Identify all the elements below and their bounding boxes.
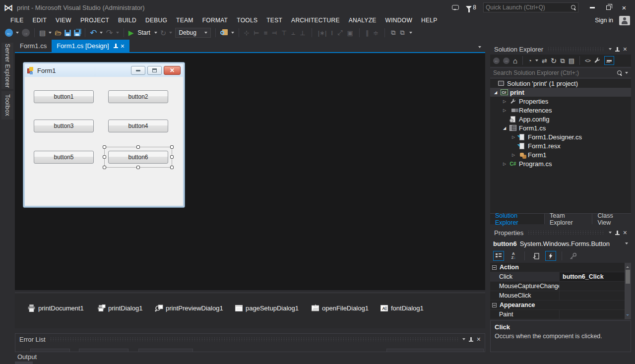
align-centers-icon[interactable]: ≡ xyxy=(264,29,268,37)
close-tab-icon[interactable]: × xyxy=(121,43,125,50)
new-project-icon[interactable]: ▤ xyxy=(39,29,46,36)
solution-explorer-search-input[interactable] xyxy=(493,69,617,76)
menu-build[interactable]: BUILD xyxy=(114,17,141,24)
category-row-appearance[interactable]: Appearance xyxy=(490,301,631,310)
pending-changes-filter-icon[interactable]: ◔ xyxy=(528,58,532,64)
close-panel-icon[interactable]: × xyxy=(623,229,627,236)
filter-dropdown-icon[interactable] xyxy=(535,60,538,61)
resize-handle-w[interactable] xyxy=(103,155,106,159)
pin-tab-icon[interactable] xyxy=(115,44,117,48)
collapsed-arrow-icon[interactable]: ▷ xyxy=(502,162,507,166)
menu-analyze[interactable]: ANALYZE xyxy=(344,17,381,24)
event-row-mouseclick[interactable]: MouseClick xyxy=(490,291,631,301)
start-dropdown[interactable] xyxy=(154,32,157,34)
menu-help[interactable]: HELP xyxy=(417,17,442,24)
tab-solution-explorer[interactable]: Solution Explorer xyxy=(490,214,545,224)
designed-button5[interactable]: button5 xyxy=(34,151,94,164)
panel-grip[interactable] xyxy=(527,231,605,235)
designed-button2[interactable]: button2 xyxy=(108,90,168,103)
refresh-icon[interactable]: ↻ xyxy=(551,57,557,64)
properties-wrench-icon[interactable] xyxy=(594,57,601,64)
close-panel-icon[interactable]: × xyxy=(477,336,481,343)
alphabetical-sort-icon[interactable]: AZ↓ xyxy=(508,251,519,261)
redo-dropdown[interactable] xyxy=(116,32,119,34)
user-avatar-icon[interactable] xyxy=(619,16,630,25)
make-same-width-icon[interactable]: |∗| xyxy=(318,29,327,37)
event-handler-value[interactable] xyxy=(560,291,631,300)
menu-edit[interactable]: EDIT xyxy=(28,17,52,24)
align-tops-icon[interactable]: ⊤ xyxy=(281,29,287,37)
show-all-files-icon[interactable]: ▤ xyxy=(569,58,574,64)
align-rights-icon[interactable]: ⫤ xyxy=(272,29,277,37)
event-row-mousecapturechanged[interactable]: MouseCaptureChange xyxy=(490,282,631,291)
make-same-height-icon[interactable]: Ⅰ xyxy=(331,29,333,37)
tree-item-form1-cs[interactable]: ◢ Form1.cs xyxy=(490,123,631,132)
collapse-all-icon[interactable]: ⧉ xyxy=(560,58,565,64)
vertical-spacing-icon[interactable]: ≑ xyxy=(373,29,379,37)
forward-icon[interactable]: → xyxy=(503,58,509,64)
component-openfiledialog1[interactable]: openFileDialog1 xyxy=(311,303,369,313)
window-position-dropdown-icon[interactable] xyxy=(609,232,612,234)
designed-button1[interactable]: button1 xyxy=(34,90,94,103)
tree-item-program-cs[interactable]: ▷ C# Program.cs xyxy=(490,159,631,168)
menu-architecture[interactable]: ARCHITECTURE xyxy=(287,17,344,24)
menu-file[interactable]: FILE xyxy=(6,17,28,24)
tree-item-solution[interactable]: Solution 'print' (1 project) xyxy=(490,79,631,88)
event-row-click[interactable]: Click button6_Click xyxy=(490,272,631,282)
send-to-back-icon[interactable]: ⧉ xyxy=(400,29,405,37)
tree-item-properties[interactable]: ▷ Properties xyxy=(490,97,631,106)
property-pages-icon[interactable] xyxy=(568,251,578,261)
pin-panel-icon[interactable] xyxy=(617,47,618,52)
properties-object-selector[interactable]: button6 System.Windows.Forms.Button xyxy=(490,238,631,249)
collapse-category-icon[interactable] xyxy=(492,265,497,270)
menu-window[interactable]: WINDOW xyxy=(381,17,417,24)
component-printdialog1[interactable]: printDialog1 xyxy=(97,303,142,313)
quick-launch-input[interactable] xyxy=(486,4,571,11)
scroll-down-icon[interactable] xyxy=(626,314,629,317)
home-icon[interactable]: ⌂ xyxy=(513,57,517,64)
solution-configuration-select[interactable]: Debug xyxy=(175,28,211,38)
tree-item-form1[interactable]: ▷ Form1 xyxy=(490,150,631,159)
menu-project[interactable]: PROJECT xyxy=(76,17,114,24)
designer-canvas[interactable]: Form1 ✕ button1 button2 button3 button4 … xyxy=(15,53,485,290)
pin-panel-icon[interactable] xyxy=(617,231,618,235)
tab-list-dropdown-icon[interactable] xyxy=(478,46,481,48)
close-button[interactable]: × xyxy=(617,2,631,13)
menu-tools[interactable]: TOOLS xyxy=(232,17,262,24)
panel-grip[interactable] xyxy=(50,337,458,341)
solution-explorer-search-box[interactable] xyxy=(490,67,631,78)
resize-handle-s[interactable] xyxy=(136,166,140,169)
start-button-label[interactable]: Start xyxy=(138,29,150,36)
menu-team[interactable]: TEAM xyxy=(172,17,198,24)
align-lefts-icon[interactable]: ⊨ xyxy=(254,29,259,37)
preview-selected-items-icon[interactable] xyxy=(604,56,614,65)
resize-handle-e[interactable] xyxy=(170,155,174,159)
pin-panel-icon[interactable] xyxy=(470,337,472,342)
window-position-dropdown-icon[interactable] xyxy=(462,338,465,340)
tree-item-form1-resx[interactable]: Form1.resx xyxy=(490,141,631,150)
size-to-grid-icon[interactable]: ▣ xyxy=(347,29,353,37)
start-debug-icon[interactable]: ▶ xyxy=(128,29,134,36)
navigate-back-dropdown[interactable] xyxy=(16,32,19,34)
resize-handle-n[interactable] xyxy=(136,145,140,149)
component-fontdialog1[interactable]: fontDialog1 xyxy=(380,303,424,313)
quick-launch-box[interactable] xyxy=(483,2,578,12)
sync-with-active-document-icon[interactable]: ⇄ xyxy=(542,58,547,64)
designed-form-window[interactable]: Form1 ✕ button1 button2 button3 button4 … xyxy=(23,62,185,208)
collapsed-arrow-icon[interactable]: ▷ xyxy=(511,153,516,157)
open-file-icon[interactable]: 🗁 xyxy=(55,29,62,36)
properties-scrollbar[interactable] xyxy=(625,263,631,319)
tab-form1-cs-design[interactable]: Form1.cs [Design] × xyxy=(52,40,129,52)
error-list-search-box[interactable] xyxy=(386,349,484,352)
bring-to-front-icon[interactable]: ⧉ xyxy=(391,29,395,37)
resize-handle-nw[interactable] xyxy=(103,145,106,149)
component-printdocument1[interactable]: printDocument1 xyxy=(27,303,84,313)
events-view-icon[interactable] xyxy=(545,251,556,261)
menu-view[interactable]: VIEW xyxy=(51,17,76,24)
navigate-forward-icon[interactable]: → xyxy=(22,29,30,37)
panel-grip[interactable] xyxy=(547,47,605,51)
component-printpreviewdialog1[interactable]: printPreviewDialog1 xyxy=(155,303,223,313)
menu-format[interactable]: FORMAT xyxy=(198,17,233,24)
sidebar-tab-server-explorer[interactable]: Server Explorer xyxy=(1,43,13,89)
tree-item-form1-designer-cs[interactable]: ▷ Form1.Designer.cs xyxy=(490,132,631,141)
